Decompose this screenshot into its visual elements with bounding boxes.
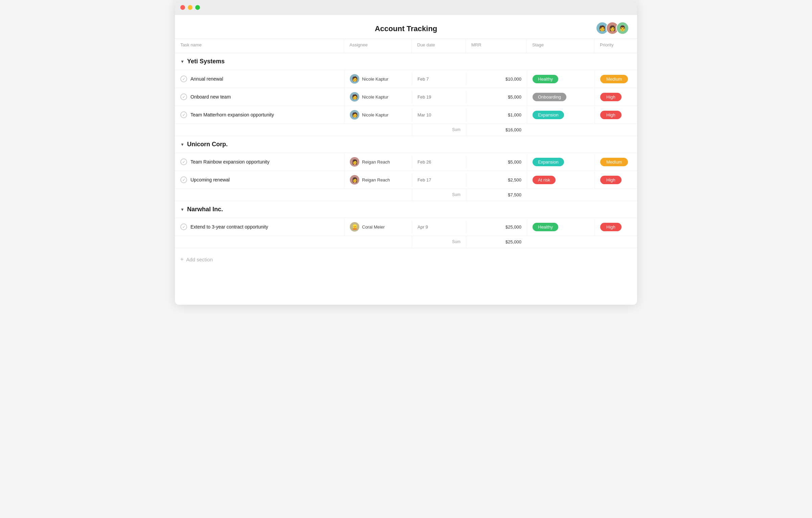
task-complete-icon[interactable]: ✓ [180,158,187,165]
avatar: 👩 [350,175,359,185]
sum-value: $16,000 [466,124,527,136]
table-row: ✓ Annual renewal 🧑 Nicole Kaptur Feb 7 $… [175,70,637,88]
stage-badge: Expansion [533,158,564,166]
priority-cell: High [594,107,637,123]
stage-cell: At risk [527,172,594,188]
task-complete-icon[interactable]: ✓ [180,223,187,230]
task-cell: ✓ Extend to 3-year contract opportunity [175,219,344,234]
assignee-cell: 👱 Coral Meier [344,218,412,236]
main-table: Task name Assignee Due date MRR Stage Pr… [175,39,637,284]
section-title: Unicorn Corp. [187,141,228,148]
task-cell: ✓ Upcoming renewal [175,172,344,187]
close-button[interactable] [180,5,185,10]
section-title-cell: ▼ Yeti Systems [175,53,344,70]
priority-cell: High [594,89,637,105]
mrr-value: $10,000 [466,72,527,86]
priority-badge: High [600,223,622,231]
table-row: ✓ Team Rainbow expansion opportunity 👩 R… [175,153,637,171]
sum-label: Sum [412,124,466,136]
stage-badge: Expansion [533,111,564,119]
stage-cell: Expansion [527,107,594,123]
section-title-cell: ▼ Narwhal Inc. [175,201,344,218]
collapse-chevron[interactable]: ▼ [180,59,184,64]
mrr-value: $25,000 [466,220,527,234]
add-section-button[interactable]: + Add section [175,248,637,271]
section-title-cell: ▼ Unicorn Corp. [175,136,344,153]
priority-cell: Medium [594,154,637,170]
task-cell: ✓ Onboard new team [175,89,344,104]
add-section-label: Add section [186,257,212,262]
table-header: Task name Assignee Due date MRR Stage Pr… [175,39,637,53]
mrr-value: $1,000 [466,108,527,122]
section-yeti-systems: ▼ Yeti Systems [175,53,637,70]
sum-label: Sum [412,189,466,201]
priority-badge: High [600,93,622,101]
col-stage: Stage [527,39,594,53]
due-date: Mar 10 [412,108,466,122]
task-name: Annual renewal [190,76,223,82]
section-title: Yeti Systems [187,58,225,65]
assignee-cell: 👩 Reigan Reach [344,171,412,189]
priority-badge: Medium [600,158,628,166]
priority-cell: Medium [594,71,637,87]
col-mrr: MRR [466,39,527,53]
sum-label: Sum [412,236,466,248]
due-date: Feb 7 [412,72,466,86]
section-unicorn-corp: ▼ Unicorn Corp. [175,136,637,153]
minimize-button[interactable] [188,5,193,10]
collapse-chevron[interactable]: ▼ [180,142,184,147]
task-name: Extend to 3-year contract opportunity [190,224,268,230]
task-name: Team Rainbow expansion opportunity [190,159,269,165]
sum-value: $7,500 [466,189,527,201]
task-complete-icon[interactable]: ✓ [180,75,187,82]
avatar[interactable]: 👨 [616,22,629,35]
priority-cell: High [594,219,637,235]
stage-cell: Healthy [527,71,594,87]
table-row: ✓ Team Matterhorn expansion opportunity … [175,106,637,124]
col-task-name: Task name [175,39,344,53]
sum-row-narwhal: Sum $25,000 [175,236,637,248]
sum-row-unicorn: Sum $7,500 [175,189,637,201]
col-priority: Priority [594,39,637,53]
avatar: 👱 [350,222,359,232]
table-row: ✓ Extend to 3-year contract opportunity … [175,218,637,236]
mrr-value: $5,000 [466,90,527,104]
stage-badge: Healthy [533,223,558,231]
title-bar [175,0,637,15]
priority-badge: High [600,111,622,119]
assignee-name: Reigan Reach [362,159,390,165]
assignee-name: Reigan Reach [362,177,390,182]
sum-value: $25,000 [466,236,527,248]
priority-cell: High [594,172,637,188]
collapse-chevron[interactable]: ▼ [180,207,184,212]
task-complete-icon[interactable]: ✓ [180,93,187,100]
section-title: Narwhal Inc. [187,206,223,213]
avatar: 🧑 [350,110,359,120]
stage-cell: Expansion [527,154,594,170]
priority-badge: High [600,176,622,184]
assignee-cell: 🧑 Nicole Kaptur [344,70,412,88]
task-name: Upcoming renewal [190,177,230,182]
app-window: Account Tracking 🧑 👩 👨 Task name Assigne… [175,0,637,305]
priority-badge: Medium [600,75,628,83]
avatar-group: 🧑 👩 👨 [596,22,629,35]
due-date: Feb 26 [412,155,466,169]
avatar: 👩 [350,157,359,167]
due-date: Apr 9 [412,220,466,234]
task-complete-icon[interactable]: ✓ [180,111,187,118]
plus-icon: + [180,256,183,262]
task-name: Onboard new team [190,94,231,100]
maximize-button[interactable] [195,5,200,10]
task-cell: ✓ Team Matterhorn expansion opportunity [175,107,344,122]
sum-row-yeti: Sum $16,000 [175,124,637,136]
task-cell: ✓ Annual renewal [175,71,344,86]
assignee-name: Nicole Kaptur [362,94,388,100]
assignee-cell: 👩 Reigan Reach [344,153,412,171]
avatar: 🧑 [350,92,359,102]
stage-cell: Healthy [527,219,594,235]
task-name: Team Matterhorn expansion opportunity [190,112,274,117]
mrr-value: $5,000 [466,155,527,169]
task-cell: ✓ Team Rainbow expansion opportunity [175,154,344,169]
avatar: 🧑 [350,74,359,84]
task-complete-icon[interactable]: ✓ [180,176,187,183]
